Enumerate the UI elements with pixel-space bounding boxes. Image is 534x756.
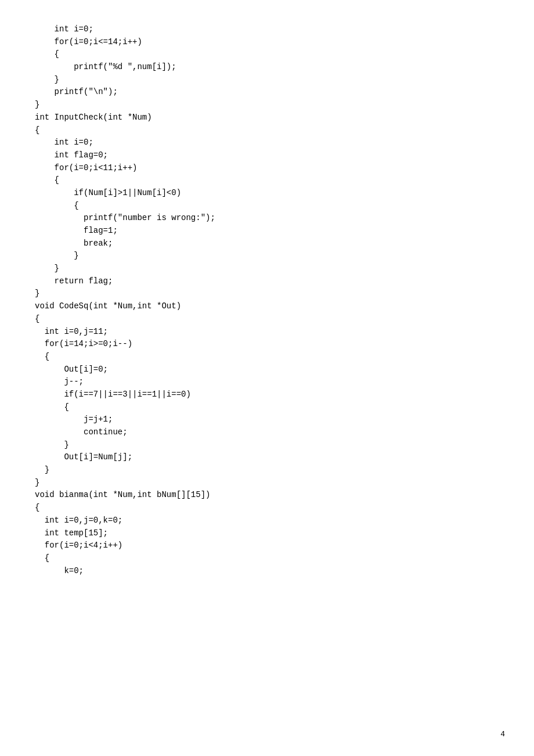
code-line: if(Num[i]>1||Num[i]<0): [35, 187, 499, 200]
code-block: int i=0; for(i=0;i<=14;i++) { printf("%d…: [35, 23, 499, 577]
code-line: void bianma(int *Num,int bNum[][15]): [35, 489, 499, 502]
code-line: {: [35, 124, 499, 137]
code-line: }: [35, 477, 499, 489]
code-line: printf("%d ",num[i]);: [35, 61, 499, 74]
code-line: void CodeSq(int *Num,int *Out): [35, 300, 499, 313]
code-line: continue;: [35, 426, 499, 439]
code-line: }: [35, 99, 499, 111]
code-line: if(i==7||i==3||i==1||i==0): [35, 388, 499, 401]
code-line: }: [35, 464, 499, 477]
code-line: flag=1;: [35, 225, 499, 237]
code-line: }: [35, 250, 499, 262]
code-line: }: [35, 439, 499, 452]
code-line: j--;: [35, 376, 499, 388]
code-line: int i=0,j=0,k=0;: [35, 514, 499, 527]
code-line: {: [35, 174, 499, 187]
code-line: int i=0;: [35, 23, 499, 36]
code-line: {: [35, 502, 499, 514]
code-line: int InputCheck(int *Num): [35, 111, 499, 124]
code-line: }: [35, 262, 499, 275]
code-line: return flag;: [35, 275, 499, 288]
code-line: j=j+1;: [35, 413, 499, 426]
code-line: for(i=0;i<=14;i++): [35, 36, 499, 49]
code-line: printf("number is wrong:");: [35, 212, 499, 225]
code-line: {: [35, 313, 499, 326]
code-line: int flag=0;: [35, 149, 499, 162]
code-line: Out[i]=Num[j];: [35, 451, 499, 464]
code-line: {: [35, 552, 499, 565]
code-line: int temp[15];: [35, 527, 499, 540]
code-container: int i=0; for(i=0;i<=14;i++) { printf("%d…: [0, 0, 534, 612]
code-line: for(i=0;i<11;i++): [35, 162, 499, 175]
code-line: int i=0,j=11;: [35, 326, 499, 339]
code-line: {: [35, 48, 499, 61]
page-number: 4: [500, 730, 505, 739]
code-line: printf("\n");: [35, 86, 499, 99]
code-line: k=0;: [35, 565, 499, 578]
code-line: {: [35, 200, 499, 213]
code-line: break;: [35, 237, 499, 250]
code-line: Out[i]=0;: [35, 363, 499, 376]
code-line: {: [35, 351, 499, 363]
code-line: int i=0;: [35, 136, 499, 149]
code-line: {: [35, 401, 499, 414]
code-line: for(i=0;i<4;i++): [35, 539, 499, 552]
code-line: }: [35, 74, 499, 87]
code-line: for(i=14;i>=0;i--): [35, 338, 499, 351]
code-line: }: [35, 287, 499, 300]
